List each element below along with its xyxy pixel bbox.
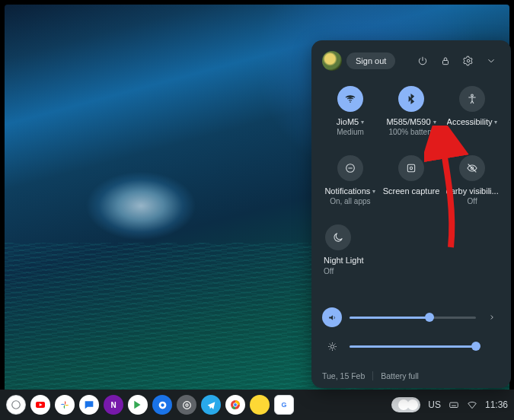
night-light-label: Night Light xyxy=(324,256,364,266)
chrome-app-icon[interactable] xyxy=(225,395,245,415)
svg-point-8 xyxy=(330,345,334,348)
night-light-icon xyxy=(325,224,351,250)
bluetooth-tile[interactable]: M585/M590▾ 100% battery xyxy=(383,84,439,138)
wifi-icon xyxy=(337,86,363,112)
bluetooth-label: M585/M590 xyxy=(386,117,430,127)
notifications-sublabel: On, all apps xyxy=(330,197,370,206)
notifications-tile[interactable]: Notifications▾ On, all apps xyxy=(322,154,378,208)
onenote-app-icon[interactable]: N xyxy=(104,395,123,415)
svg-point-6 xyxy=(410,167,412,170)
play-store-app-icon[interactable] xyxy=(128,395,148,415)
accessibility-tile[interactable]: Accessibility▾ xyxy=(444,84,500,138)
audio-settings-chevron-icon[interactable] xyxy=(484,309,500,326)
screen-capture-label: Screen capture xyxy=(383,186,440,196)
screen-capture-icon xyxy=(398,155,424,181)
app-icon-generic[interactable] xyxy=(250,395,270,415)
wifi-sublabel: Medium xyxy=(337,128,364,137)
accessibility-label: Accessibility xyxy=(447,117,493,127)
notifications-label: Notifications xyxy=(324,186,370,196)
bluetooth-sublabel: 100% battery xyxy=(389,128,434,137)
svg-point-1 xyxy=(467,59,470,62)
brightness-icon[interactable] xyxy=(322,336,342,356)
chevron-down-icon: ▾ xyxy=(372,188,375,196)
svg-rect-0 xyxy=(443,60,449,64)
lock-icon[interactable] xyxy=(436,52,455,70)
app-icon-generic-2[interactable]: G xyxy=(274,395,294,415)
accessibility-icon xyxy=(459,86,485,112)
bluetooth-icon xyxy=(398,86,424,112)
svg-point-14 xyxy=(183,401,190,409)
collapse-chevron-icon[interactable] xyxy=(482,52,500,70)
user-avatar[interactable] xyxy=(322,51,342,71)
footer-battery: Battery full xyxy=(381,371,419,380)
settings-app-icon[interactable] xyxy=(177,395,196,415)
svg-point-9 xyxy=(12,401,21,409)
panel-header: Sign out xyxy=(322,51,500,71)
volume-slider[interactable] xyxy=(350,317,476,319)
files-app-icon[interactable] xyxy=(152,395,172,415)
phone-hub-icon[interactable] xyxy=(391,397,420,412)
svg-point-3 xyxy=(471,94,474,97)
quick-tiles-row-1: JioM5▾ Medium M585/M590▾ 100% battery Ac… xyxy=(322,84,500,138)
power-icon[interactable] xyxy=(413,52,432,70)
shelf: N G US 11:36 xyxy=(0,390,514,420)
chevron-down-icon: ▾ xyxy=(361,119,364,126)
brightness-slider-row xyxy=(322,336,500,356)
svg-point-17 xyxy=(234,403,237,406)
svg-point-13 xyxy=(185,403,187,406)
quick-tiles-row-3: Night Light Off xyxy=(322,223,500,277)
settings-gear-icon[interactable] xyxy=(459,52,477,70)
chevron-down-icon: ▾ xyxy=(494,119,497,126)
wifi-tile[interactable]: JioM5▾ Medium xyxy=(322,84,378,138)
footer-separator xyxy=(372,371,373,380)
telegram-app-icon[interactable] xyxy=(201,395,221,415)
quick-settings-panel: Sign out JioM5▾ Medium M585/M590▾ 1 xyxy=(311,40,511,388)
chevron-down-icon: ▾ xyxy=(433,119,436,126)
svg-rect-5 xyxy=(407,165,414,172)
wifi-status-icon[interactable] xyxy=(467,399,477,410)
visibility-off-icon xyxy=(459,155,485,181)
wifi-label: JioM5 xyxy=(337,117,359,127)
screen-capture-tile[interactable]: Screen capture xyxy=(383,154,440,208)
night-light-sublabel: Off xyxy=(324,267,334,276)
youtube-app-icon[interactable] xyxy=(30,395,50,415)
svg-point-2 xyxy=(350,101,351,103)
quick-tiles-row-2: Notifications▾ On, all apps Screen captu… xyxy=(322,154,500,208)
nearby-visibility-tile[interactable]: earby visibili... Off xyxy=(444,154,500,208)
launcher-icon[interactable] xyxy=(6,395,26,415)
night-light-tile[interactable]: Night Light Off xyxy=(322,223,382,277)
messages-app-icon[interactable] xyxy=(79,395,99,415)
photos-app-icon[interactable] xyxy=(55,395,75,415)
footer-date: Tue, 15 Feb xyxy=(322,371,365,380)
svg-rect-18 xyxy=(450,402,458,407)
shelf-apps: N G xyxy=(6,395,294,415)
brightness-slider[interactable] xyxy=(350,345,476,348)
sliders-section xyxy=(322,292,500,365)
volume-icon[interactable] xyxy=(322,307,342,327)
keyboard-icon[interactable] xyxy=(449,399,459,410)
panel-footer: Tue, 15 Feb Battery full xyxy=(322,365,500,380)
nearby-sublabel: Off xyxy=(468,197,477,206)
shelf-status-area[interactable]: US 11:36 xyxy=(391,397,508,412)
ime-indicator[interactable]: US xyxy=(428,399,441,410)
sign-out-button[interactable]: Sign out xyxy=(346,52,395,69)
nearby-label: earby visibili... xyxy=(446,186,499,196)
do-not-disturb-icon xyxy=(337,155,363,181)
svg-point-12 xyxy=(161,403,164,406)
clock[interactable]: 11:36 xyxy=(485,399,508,410)
volume-slider-row xyxy=(322,307,500,327)
screen-capture-sublabel xyxy=(410,197,413,206)
